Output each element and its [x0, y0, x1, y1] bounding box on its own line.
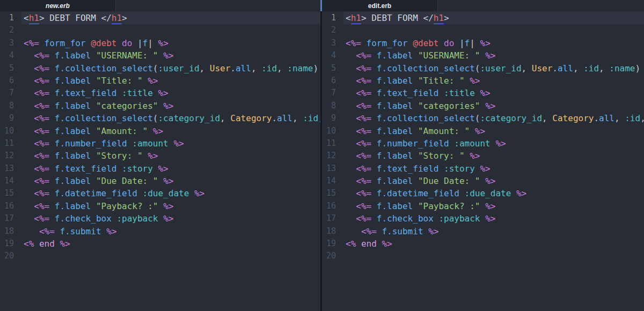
- code-token: %>: [158, 38, 169, 48]
- code-line[interactable]: 2: [322, 24, 644, 36]
- code-text: <%= f.text_field :title %>: [21, 87, 320, 99]
- code-text: <%= f.number_field :amount %>: [343, 137, 644, 150]
- code-line[interactable]: 18 <%= f.submit %>: [0, 225, 320, 238]
- code-token: form_for: [45, 38, 86, 48]
- code-token: |: [148, 38, 153, 48]
- code-line[interactable]: 19<% end %>: [322, 238, 644, 250]
- code-line[interactable]: 8 <%= f.label "categories" %>: [322, 100, 644, 112]
- code-line[interactable]: 14 <%= f.label "Due Date: " %>: [0, 175, 320, 187]
- code-token: [371, 101, 377, 111]
- code-token: [438, 88, 444, 98]
- tab-bar-right: edit.erb: [322, 0, 644, 11]
- code-token: f.collection_select: [55, 113, 153, 123]
- code-token: [449, 138, 455, 149]
- code-line[interactable]: 1<h1> DEBT FORM </h1>: [0, 12, 320, 24]
- code-line[interactable]: 17 <%= f.check_box :payback %>: [322, 212, 644, 225]
- code-token: [169, 138, 174, 149]
- code-line[interactable]: 11 <%= f.number_field :amount %>: [322, 137, 644, 150]
- code-line[interactable]: 17 <%= f.check_box :payback %>: [0, 212, 320, 225]
- code-line[interactable]: 5 <%= f.collection_select(:user_id, User…: [0, 62, 320, 75]
- code-line[interactable]: 7 <%= f.text_field :title %>: [0, 87, 320, 99]
- code-token: [371, 201, 377, 211]
- code-text: <%= f.label "Amount: " %>: [343, 125, 644, 137]
- code-line[interactable]: 10 <%= f.label "Amount: " %>: [322, 125, 644, 137]
- code-token: f.label: [55, 126, 91, 136]
- code-line[interactable]: 14 <%= f.label "Due Date: " %>: [322, 175, 644, 187]
- code-token: [116, 38, 122, 48]
- code-token: .: [552, 63, 558, 73]
- line-number: 20: [0, 250, 14, 262]
- code-line[interactable]: 4 <%= f.label "USERNAME: " %>: [0, 49, 320, 62]
- code-token: [346, 63, 356, 73]
- code-token: ,: [277, 63, 287, 73]
- code-token: "Payback? :": [418, 201, 480, 211]
- code-token: [116, 88, 122, 98]
- code-token: %>: [163, 201, 173, 211]
- code-token: f.label: [55, 201, 91, 211]
- code-line[interactable]: 15 <%= f.datetime_field :due_date %>: [0, 187, 320, 199]
- code-line[interactable]: 18 <%= f.submit %>: [322, 225, 644, 238]
- code-token: "Due Date: ": [418, 176, 480, 186]
- code-line[interactable]: 4 <%= f.label "USERNAME: " %>: [322, 49, 644, 62]
- code-token: %>: [485, 201, 495, 211]
- code-token: </: [423, 13, 434, 23]
- code-line[interactable]: 20: [0, 250, 320, 262]
- code-token: "Story: ": [96, 151, 143, 161]
- code-token: <%=: [356, 101, 371, 111]
- code-line[interactable]: 6 <%= f.label "Title: " %>: [0, 75, 320, 87]
- code-token: "USERNAME: ": [96, 50, 158, 61]
- code-token: f.submit: [60, 226, 101, 236]
- code-line[interactable]: 5 <%= f.collection_select(:user_id, User…: [322, 62, 644, 75]
- code-line[interactable]: 3<%= form_for @debt do |f| %>: [0, 37, 320, 49]
- code-line[interactable]: 15 <%= f.datetime_field :due_date %>: [322, 187, 644, 199]
- code-token: [91, 101, 96, 111]
- line-number: 10: [0, 125, 14, 137]
- code-token: f.label: [377, 176, 413, 186]
- code-token: :id: [625, 113, 640, 123]
- code-line[interactable]: 1<h1> DEBT FORM </h1>: [322, 12, 644, 24]
- code-token: [475, 38, 480, 48]
- tab-edit-erb[interactable]: edit.erb: [322, 0, 438, 11]
- code-token: .: [230, 63, 236, 73]
- code-token: %>: [163, 101, 173, 111]
- code-editor: new.erb 1<h1> DEBT FORM </h1>23<%= form_…: [0, 0, 644, 311]
- code-token: %>: [158, 88, 168, 98]
- code-area[interactable]: 1<h1> DEBT FORM </h1>23<%= form_for @deb…: [322, 11, 644, 263]
- code-line[interactable]: 6 <%= f.label "Title: " %>: [322, 75, 644, 87]
- code-token: [153, 38, 158, 48]
- code-token: User: [532, 63, 553, 73]
- code-area[interactable]: 1<h1> DEBT FORM </h1>23<%= form_for @deb…: [0, 11, 320, 263]
- code-line[interactable]: 10 <%= f.label "Amount: " %>: [0, 125, 320, 137]
- code-token: >: [39, 13, 45, 23]
- code-token: <%=: [356, 176, 371, 186]
- code-token: [49, 50, 55, 61]
- code-line[interactable]: 7 <%= f.text_field :title %>: [322, 87, 644, 99]
- code-line[interactable]: 12 <%= f.label "Story: " %>: [0, 150, 320, 162]
- code-token: %>: [485, 213, 495, 224]
- code-token: <%=: [34, 50, 49, 61]
- code-line[interactable]: 12 <%= f.label "Story: " %>: [322, 150, 644, 162]
- code-token: "Amount: ": [96, 126, 148, 136]
- code-line[interactable]: 20: [322, 250, 644, 262]
- code-token: :id: [583, 63, 599, 73]
- code-line[interactable]: 2: [0, 24, 320, 36]
- code-line[interactable]: 11 <%= f.number_field :amount %>: [0, 137, 320, 150]
- code-line[interactable]: 3<%= form_for @debt do |f| %>: [322, 37, 644, 49]
- code-token: "categories": [96, 101, 158, 111]
- code-line[interactable]: 16 <%= f.label "Payback? :" %>: [0, 200, 320, 212]
- code-token: f.label: [377, 50, 413, 61]
- line-number: 19: [322, 238, 336, 250]
- code-line[interactable]: 8 <%= f.label "categories" %>: [0, 100, 320, 112]
- code-line[interactable]: 13 <%= f.text_field :story %>: [0, 162, 320, 175]
- code-token: [158, 176, 163, 186]
- tab-new-erb[interactable]: new.erb: [0, 0, 116, 11]
- code-token: [346, 151, 356, 161]
- code-token: [91, 201, 96, 211]
- code-token: [346, 201, 356, 211]
- code-line[interactable]: 13 <%= f.text_field :story %>: [322, 162, 644, 175]
- code-line[interactable]: 16 <%= f.label "Payback? :" %>: [322, 200, 644, 212]
- code-token: [361, 38, 367, 48]
- code-line[interactable]: 19<% end %>: [0, 238, 320, 250]
- code-line[interactable]: 9 <%= f.collection_select(:category_id, …: [0, 112, 320, 124]
- code-line[interactable]: 9 <%= f.collection_select(:category_id, …: [322, 112, 644, 124]
